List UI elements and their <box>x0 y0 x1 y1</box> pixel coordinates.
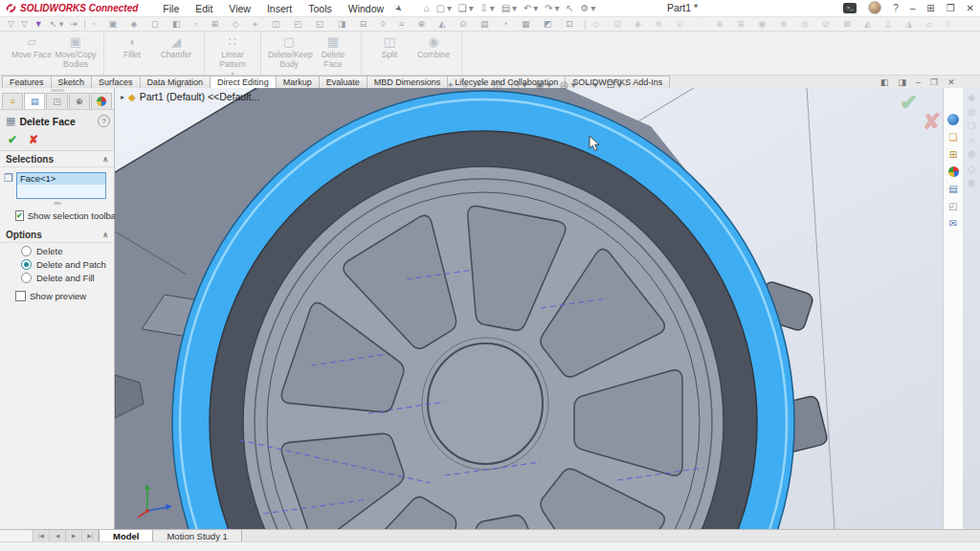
motion-study-tab[interactable]: Motion Study 1 <box>153 530 241 541</box>
expand-arrow-icon[interactable]: ▸ <box>121 93 124 101</box>
user-avatar[interactable] <box>868 1 881 14</box>
menu-view[interactable]: View <box>229 3 251 14</box>
model-tab[interactable]: Model <box>99 530 153 541</box>
dimxpert-manager-tab[interactable]: ⊕ <box>69 93 90 109</box>
delete-face-button[interactable]: ▦ Delete Face <box>311 34 355 70</box>
zoom-area-icon[interactable]: ○ <box>462 79 468 91</box>
filter-toggle-icon[interactable]: ▽ <box>21 19 28 29</box>
tab-evaluate[interactable]: Evaluate <box>319 76 368 88</box>
view-orientation-icon[interactable]: ◳ ▾ <box>511 79 527 91</box>
solidworks-window: SOLIDWORKS Connected File Edit View Inse… <box>0 0 980 551</box>
pin-menu-icon[interactable]: ➤ <box>393 2 405 14</box>
menu-tools[interactable]: Tools <box>308 3 332 14</box>
feature-manager-tab[interactable]: ≡ <box>2 93 23 109</box>
ribbon-group-pattern: ∷ Linear Pattern ▾ <box>205 32 261 75</box>
select-pointer-icon[interactable]: ↖ ▾ <box>50 19 64 29</box>
move-face-button[interactable]: ▱ Move Face <box>10 34 54 61</box>
filter-active-icon[interactable]: ▼ <box>34 19 43 29</box>
selection-listbox[interactable]: Face<1> <box>16 172 106 199</box>
doc-minimize-button[interactable]: – <box>916 77 921 87</box>
title-bar: SOLIDWORKS Connected File Edit View Inse… <box>0 0 980 16</box>
linear-pattern-button[interactable]: ∷ Linear Pattern ▾ <box>211 34 255 78</box>
titlebar-right-controls: >_ ? – ⊞ ❐ ✕ <box>843 1 974 14</box>
move-face-icon: ▱ <box>11 35 53 50</box>
toolbox-icon[interactable]: ◰ <box>947 199 961 212</box>
appearances-icon[interactable] <box>947 165 961 178</box>
previous-tab-button[interactable]: ◀ <box>50 530 66 541</box>
combine-button[interactable]: ◉ Combine <box>412 34 456 61</box>
tab-data-migration[interactable]: Data Migration <box>140 76 212 88</box>
edit-appearance-icon[interactable]: ◔ ▾ <box>585 79 598 91</box>
checkbox-unchecked[interactable] <box>15 291 26 301</box>
view-settings-icon[interactable]: ⊡ ▾ <box>607 79 622 91</box>
filter-clear-icon[interactable]: ▽ <box>8 19 14 29</box>
show-selection-toolbar-row: ✔ Show selection toolbar <box>15 210 114 221</box>
restore-button[interactable]: ❐ <box>947 3 955 13</box>
selections-section-header[interactable]: Selections ∧ <box>0 151 114 167</box>
close-button[interactable]: ✕ <box>967 3 974 13</box>
display-style-icon[interactable]: ◉ ▾ <box>536 79 552 91</box>
help-icon[interactable]: ? <box>98 115 110 127</box>
filter-tool-icons[interactable]: ◦ ▣ ◈ ◻ ◧ ▫ ⊞ ◇ ⌖ ◫ ◰ ◱ ◨ ⊟ ◊ ≡ ⊕ ◭ ⊙ ▤ … <box>92 19 579 30</box>
graphics-viewport[interactable] <box>115 88 980 529</box>
design-library-icon[interactable]: ⊞ <box>947 147 961 161</box>
configuration-manager-tab[interactable]: ◳ <box>46 93 67 109</box>
file-explorer-icon[interactable]: ❏ <box>947 130 961 143</box>
radio-delete-and-patch-row: Delete and Patch <box>21 259 114 270</box>
part-tree-root[interactable]: Part1 (Default) <<Default... <box>140 91 259 102</box>
menu-file[interactable]: File <box>163 3 179 14</box>
viewport-cancel-button[interactable]: ✘ <box>923 109 941 135</box>
tab-sketch[interactable]: Sketch <box>51 76 93 88</box>
pane-left-icon[interactable]: ◧ <box>880 77 889 87</box>
listbox-resize-handle[interactable] <box>54 202 61 205</box>
menu-window[interactable]: Window <box>348 3 384 14</box>
help-icon[interactable]: ? <box>893 3 899 13</box>
collapse-chevron-icon[interactable]: ∧ <box>102 155 108 164</box>
escape-icon[interactable]: ⇥ <box>70 19 78 29</box>
custom-properties-icon[interactable]: ▤ <box>947 182 961 195</box>
command-prompt-icon[interactable]: >_ <box>843 3 857 13</box>
menu-insert[interactable]: Insert <box>267 3 292 14</box>
radio-delete-and-patch[interactable] <box>21 259 32 270</box>
zoom-fit-icon[interactable]: ⌖ <box>448 79 454 91</box>
tab-direct-editing[interactable]: Direct Editing <box>210 76 277 88</box>
model-canvas[interactable] <box>115 88 980 529</box>
toolbar-divider <box>84 19 85 30</box>
radio-delete[interactable] <box>21 246 32 256</box>
selected-face-item[interactable]: Face<1> <box>17 173 105 185</box>
tab-surfaces[interactable]: Surfaces <box>91 76 141 88</box>
forum-icon[interactable]: ✉ <box>947 216 961 230</box>
viewport-ok-button[interactable]: ✔ <box>900 90 918 116</box>
hide-show-items-icon[interactable]: ◎ ▾ <box>560 79 576 91</box>
property-manager-tab[interactable]: ▤ <box>24 93 45 109</box>
next-tab-button[interactable]: ▶ <box>66 530 82 541</box>
doc-restore-button[interactable]: ❐ <box>930 77 938 87</box>
display-manager-tab[interactable] <box>91 93 112 109</box>
last-tab-button[interactable]: ▶| <box>82 530 99 541</box>
move-copy-bodies-button[interactable]: ▣ Move/Copy Bodies <box>54 34 98 70</box>
collapse-chevron-icon[interactable]: ∧ <box>102 231 108 239</box>
delete-keep-body-button[interactable]: ▢ Delete/Keep Body <box>267 34 311 70</box>
fillet-button[interactable]: ◖ Fillet <box>110 34 154 61</box>
chamfer-button[interactable]: ◢ Chamfer <box>154 34 198 61</box>
tab-markup[interactable]: Markup <box>276 76 320 88</box>
ok-button[interactable]: ✔ <box>8 133 17 146</box>
doc-close-button[interactable]: ✕ <box>947 77 955 87</box>
split-button[interactable]: ◫ Split <box>368 34 412 61</box>
3dexperience-icon[interactable] <box>947 113 961 126</box>
pane-right-icon[interactable]: ◨ <box>899 77 907 87</box>
minimize-button[interactable]: – <box>910 3 916 13</box>
options-section-header[interactable]: Options ∧ <box>0 227 114 243</box>
section-view-icon[interactable]: ◫ <box>493 79 501 91</box>
hub-face[interactable] <box>428 343 543 464</box>
menu-edit[interactable]: Edit <box>195 3 212 14</box>
tab-features[interactable]: Features <box>2 76 52 88</box>
previous-view-icon[interactable]: ↶ <box>477 79 484 91</box>
cancel-button[interactable]: ✘ <box>29 133 38 146</box>
checkbox-checked[interactable]: ✔ <box>15 210 24 221</box>
tab-mbd-dimensions[interactable]: MBD Dimensions <box>367 76 449 88</box>
quick-access-toolbar[interactable]: ⌂ ▢▾ ❏▾ ⇩▾ ▤▾ ↶▾ ↷▾ ↖ ⚙▾ <box>424 3 598 13</box>
radio-delete-and-fill[interactable] <box>21 273 32 283</box>
layout-button[interactable]: ⊞ <box>926 3 934 13</box>
first-tab-button[interactable]: |◀ <box>33 530 50 541</box>
